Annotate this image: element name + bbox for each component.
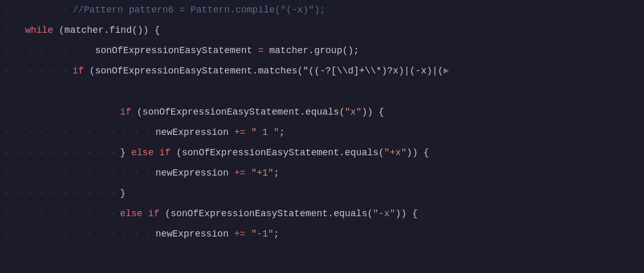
string-1-8: " 1 " xyxy=(251,125,279,140)
string-minus1-13: "-1" xyxy=(251,227,274,242)
code-line-10: · · · · · · · · · · · · · newExpression … xyxy=(0,163,644,183)
line-dots-10: · · · · · · · · · · · · · xyxy=(0,167,156,179)
string-plus1-10: "+1" xyxy=(251,166,274,181)
code-line-3: · · · · · · sonOfExpressionEasyStatement… xyxy=(0,41,644,61)
line-dots-7: · · · · · · · · · · xyxy=(0,106,120,118)
line-dots-2: · · xyxy=(0,24,25,36)
line-dots-12: · · · · · · · · · · xyxy=(0,208,120,219)
equals-op-3: = xyxy=(258,43,264,58)
line-content-7b: )) { xyxy=(362,105,384,120)
line-content-12c: )) { xyxy=(395,206,418,221)
line-content-4: (sonOfExpressionEasyStatement.matches("(… xyxy=(84,64,443,79)
string-x-7: "x" xyxy=(345,105,362,120)
pluseq-13: += xyxy=(234,227,246,242)
keyword-if-12: if xyxy=(148,206,160,221)
code-editor: · · · · · · //Pattern pattern6 = Pattern… xyxy=(0,0,644,273)
line-dots-1: · · · · · · xyxy=(0,4,72,16)
line-content-2: (matcher.find()) { xyxy=(53,23,160,38)
line-content-10b xyxy=(246,166,251,181)
code-line-5 xyxy=(0,81,644,92)
line-content-9d: )) { xyxy=(407,145,429,160)
line-dots-11: · · · · · · · · · · xyxy=(0,188,120,199)
line-content-10a: newExpression xyxy=(156,166,234,181)
line-dots-8: · · · · · · · · · · · · · xyxy=(0,127,156,138)
line-content-3b: matcher.group(); xyxy=(264,43,359,58)
keyword-if-7: if xyxy=(120,105,132,120)
line-content-13c: ; xyxy=(274,227,279,242)
code-line-4: · · · · · · if (sonOfExpressionEasyState… xyxy=(0,61,644,81)
line-content-12a xyxy=(143,206,148,221)
line-content-3a: sonOfExpressionEasyStatement xyxy=(72,43,257,58)
pluseq-8: += xyxy=(234,125,246,140)
pluseq-10: += xyxy=(234,166,246,181)
code-line-6 xyxy=(0,92,644,102)
line-content-12b: (sonOfExpressionEasyStatement.equals( xyxy=(159,206,372,221)
line-content-8a: newExpression xyxy=(156,125,234,140)
line-content-11: } xyxy=(120,186,126,201)
line-cutoff-4: ► xyxy=(443,64,449,79)
keyword-if-9: if xyxy=(159,145,171,160)
code-line-1: · · · · · · //Pattern pattern6 = Pattern… xyxy=(0,0,644,20)
code-line-11: · · · · · · · · · · } xyxy=(0,183,644,204)
code-line-12: · · · · · · · · · · else if (sonOfExpres… xyxy=(0,204,644,224)
code-line-13: · · · · · · · · · · · · · newExpression … xyxy=(0,224,644,244)
keyword-else-9: else xyxy=(131,145,153,160)
line-content-13a: newExpression xyxy=(156,227,234,242)
code-line-9: · · · · · · · · · · } else if (sonOfExpr… xyxy=(0,143,644,163)
keyword-if-4: if xyxy=(72,64,84,79)
line-content-7a: (sonOfExpressionEasyStatement.equals( xyxy=(131,105,344,120)
string-plusx-9: "+x" xyxy=(384,145,406,160)
string-minusx-12: "-x" xyxy=(373,206,395,221)
line-content-8b xyxy=(246,125,251,140)
keyword-else-12: else xyxy=(120,206,143,221)
line-content-9b xyxy=(153,145,159,160)
line-dots-4: · · · · · · xyxy=(0,65,72,77)
line-dots-9: · · · · · · · · · · xyxy=(0,147,120,158)
line-content-9a: } xyxy=(120,145,132,160)
line-dots-3: · · · · · · xyxy=(0,45,72,56)
line-content-13b xyxy=(246,227,251,242)
line-dots-13: · · · · · · · · · · · · · xyxy=(0,228,156,240)
code-line-7: · · · · · · · · · · if (sonOfExpressionE… xyxy=(0,102,644,122)
line-content-8c: ; xyxy=(279,125,285,140)
code-line-2: · · while (matcher.find()) { xyxy=(0,20,644,41)
keyword-while: while xyxy=(25,23,53,38)
line-content-9c: (sonOfExpressionEasyStatement.equals( xyxy=(171,145,384,160)
code-line-8: · · · · · · · · · · · · · newExpression … xyxy=(0,122,644,143)
line-comment-1: //Pattern pattern6 = Pattern.compile("(-… xyxy=(72,3,325,18)
line-content-10c: ; xyxy=(274,166,279,181)
